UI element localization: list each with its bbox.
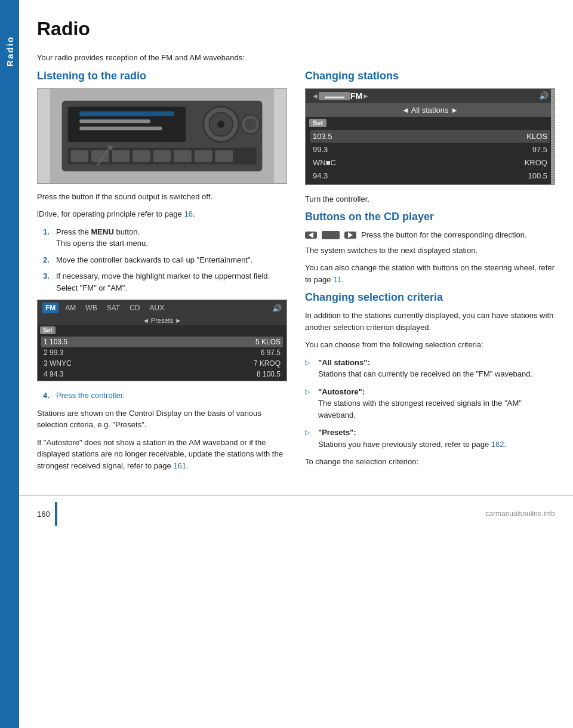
radio-image [37, 88, 287, 184]
large-station-row-1: 103.5 KLOS [310, 130, 550, 143]
svg-rect-19 [79, 127, 162, 130]
stations-grid-small: 1 103.5 5 KLOS 2 99.3 6 97.5 3 WNYC 7 KR… [38, 335, 286, 381]
step-1-text: Press the MENU button.This opens the sta… [56, 226, 148, 249]
stations-shown-text: Stations are shown on the Control Displa… [37, 408, 287, 431]
steps-list: 1. Press the MENU button.This opens the … [43, 226, 287, 294]
all-stations-bar: ◄ All stations ► [306, 103, 554, 117]
step-4: 4. Press the controller. [43, 390, 287, 402]
freq-bar: ▬▬▬ [319, 92, 350, 100]
station-4-left: 4 94.3 [41, 370, 66, 378]
svg-rect-11 [112, 150, 130, 162]
you-can-text: You can choose from the following select… [305, 339, 555, 351]
cd-forward-icon [348, 232, 353, 238]
side-tab-label: Radio [5, 36, 15, 67]
criteria-3-content: "Presets": Stations you have previously … [318, 427, 506, 450]
large-s2-right: 97.5 [530, 145, 550, 154]
changing-stations-heading: Changing stations [305, 70, 555, 82]
right-column: Changing stations ◄ ▬▬▬ FM ► 🔊 ◄ All sta… [305, 70, 555, 478]
steering-page-link[interactable]: 11 [333, 275, 341, 284]
svg-rect-13 [153, 150, 171, 162]
autostore-suffix: . [186, 461, 189, 470]
cd-btn-description: Press the button for the corresponding d… [361, 229, 527, 241]
criteria-list: ▷ "All stations": Stations that can curr… [305, 357, 555, 451]
svg-rect-18 [79, 119, 150, 123]
tab-cd[interactable]: CD [127, 303, 143, 313]
intro-text: Your radio provides reception of the FM … [37, 52, 555, 64]
criteria-1-body: Stations that can currently be received … [318, 368, 532, 380]
selection-intro-text: In addition to the stations currently di… [305, 310, 555, 333]
bullet-icon-2: ▷ [305, 387, 313, 421]
bullet-icon-3: ▷ [305, 427, 313, 450]
cd-forward-btn[interactable] [344, 232, 356, 239]
autostore-prefix: If "Autostore" does not show a station i… [37, 438, 283, 470]
svg-point-7 [245, 118, 257, 130]
station-2-left: 2 99.3 [41, 348, 66, 357]
criteria-1-title: "All stations": [318, 358, 370, 367]
small-station-display: FM AM WB SAT CD AUX 🔊 ◄ Presets ► Set 1 … [37, 300, 287, 381]
idrive-suffix: . [193, 209, 195, 218]
svg-rect-14 [174, 150, 192, 162]
set-button-small[interactable]: Set [40, 326, 56, 334]
speaker-icon: 🔊 [539, 91, 549, 100]
station-1-right: 5 KLOS [253, 338, 283, 346]
idrive-text: iDrive, for operating principle refer to… [37, 208, 287, 220]
cd-back-btn[interactable] [305, 232, 317, 239]
tab-sat[interactable]: SAT [104, 303, 123, 313]
left-column: Listening to the radio [37, 70, 287, 478]
svg-rect-16 [215, 150, 233, 162]
large-station-row-4: 94.3 100.5 [310, 169, 550, 182]
large-display-topbar: ◄ ▬▬▬ FM ► 🔊 [306, 89, 554, 103]
svg-rect-12 [133, 150, 150, 162]
fm-label: FM [350, 91, 362, 101]
station-4-right: 8 100.5 [254, 370, 283, 378]
large-station-row-2: 99.3 97.5 [310, 143, 550, 156]
tab-fm[interactable]: FM [42, 303, 58, 313]
cd-back-icon [309, 232, 313, 238]
station-3-right: 7 KROQ [251, 359, 283, 368]
step-1-num: 1. [43, 226, 53, 249]
station-row-3: 3 WNYC 7 KROQ [41, 358, 283, 369]
set-button-large[interactable]: Set [309, 119, 326, 127]
tab-am[interactable]: AM [62, 303, 79, 313]
svg-rect-15 [195, 150, 212, 162]
large-station-row-3: WN■C KROQ [310, 156, 550, 169]
cd-player-heading: Buttons on the CD player [305, 211, 555, 223]
svg-rect-9 [70, 150, 88, 162]
footer-logo: carmanualsонline.info [485, 510, 555, 518]
step-3-text: If necessary, move the highlight marker … [56, 270, 287, 294]
large-s4-left: 94.3 [310, 171, 330, 180]
tab-wb[interactable]: WB [82, 303, 100, 313]
footer: 160 carmanualsонline.info [0, 495, 573, 532]
set-row-large: Set [306, 117, 554, 129]
press-button-text: Press the button if the sound output is … [37, 191, 287, 203]
idrive-text-prefix: iDrive, for operating principle refer to… [37, 209, 184, 218]
autostore-text: If "Autostore" does not show a station i… [37, 437, 287, 472]
criteria-3-body: Stations you have previously stored, ref… [318, 439, 506, 451]
station-row-2: 2 99.3 6 97.5 [41, 347, 283, 358]
criteria-2-body: The stations with the strongest received… [318, 397, 555, 421]
presets-bar: ◄ Presets ► [38, 316, 286, 325]
idrive-page-link[interactable]: 16 [184, 209, 192, 218]
large-s1-left: 103.5 [310, 132, 335, 141]
fm-tabs-bar: FM AM WB SAT CD AUX 🔊 [38, 300, 286, 316]
tab-aux[interactable]: AUX [146, 303, 167, 313]
step-1: 1. Press the MENU button.This opens the … [43, 226, 287, 249]
set-row-small: Set [38, 325, 286, 335]
station-1-left: 1 103.5 [41, 338, 70, 346]
criteria-3-title: "Presets": [318, 428, 356, 437]
svg-rect-17 [79, 111, 174, 116]
step-3-num: 3. [43, 270, 53, 294]
bullet-icon-1: ▷ [305, 357, 313, 380]
large-s4-right: 100.5 [525, 171, 550, 180]
arrow-right: ► [362, 92, 369, 100]
arrow-left: ◄ [312, 92, 319, 100]
criteria-item-2: ▷ "Autostore": The stations with the str… [305, 386, 555, 421]
large-s1-right: KLOS [524, 132, 550, 141]
presets-page-link[interactable]: 162 [491, 440, 504, 449]
step-2-text: Move the controller backwards to call up… [56, 254, 252, 266]
step-4-num: 4. [43, 390, 53, 402]
station-2-right: 6 97.5 [258, 348, 283, 357]
criteria-1-content: "All stations": Stations that can curren… [318, 357, 532, 380]
large-station-display: ◄ ▬▬▬ FM ► 🔊 ◄ All stations ► Set 103.5 … [305, 88, 555, 185]
autostore-page-link[interactable]: 161 [173, 461, 186, 470]
